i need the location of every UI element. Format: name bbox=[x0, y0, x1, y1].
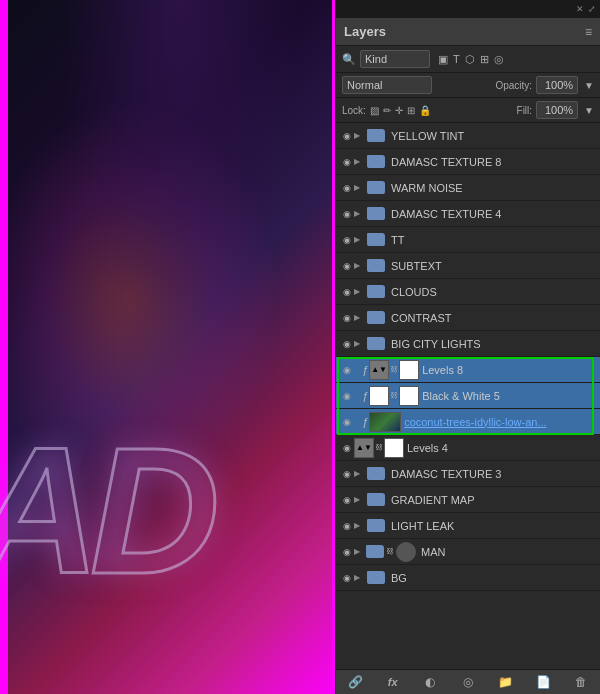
folder-icon bbox=[367, 337, 385, 350]
close-icon[interactable]: ✕ bbox=[576, 4, 584, 14]
layer-row[interactable]: ◉▶YELLOW TINT bbox=[336, 123, 600, 149]
panel-top-bar: ✕ ⤢ bbox=[336, 0, 600, 18]
fx-clip-icon: ƒ bbox=[362, 416, 368, 428]
layer-mask-thumbnail bbox=[384, 438, 404, 458]
panel-footer: 🔗 fx ◐ ◎ 📁 📄 🗑 bbox=[336, 669, 600, 694]
layer-row[interactable]: ◉▶WARM NOISE bbox=[336, 175, 600, 201]
search-icon: 🔍 bbox=[342, 53, 356, 66]
layer-row[interactable]: ◉▶BG bbox=[336, 565, 600, 591]
eye-visibility-icon[interactable]: ◉ bbox=[340, 285, 354, 299]
kind-select[interactable]: Kind bbox=[360, 50, 430, 68]
layer-link-icon: ⛓ bbox=[390, 391, 398, 400]
eye-visibility-icon[interactable]: ◉ bbox=[340, 337, 354, 351]
layer-row[interactable]: ◉ƒcoconut-trees-idyllic-low-an... bbox=[336, 409, 600, 435]
folder-icon bbox=[367, 467, 385, 480]
layer-row[interactable]: ◉▶TT bbox=[336, 227, 600, 253]
silhouette bbox=[60, 0, 300, 400]
eye-visibility-icon[interactable]: ◉ bbox=[340, 129, 354, 143]
eye-visibility-icon[interactable]: ◉ bbox=[340, 207, 354, 221]
layer-row[interactable]: ◉▶BIG CITY LIGHTS bbox=[336, 331, 600, 357]
folder-icon bbox=[367, 519, 385, 532]
type-icon[interactable]: T bbox=[453, 53, 460, 66]
layer-row[interactable]: ◉ƒ▲▼⛓Levels 8 bbox=[336, 357, 600, 383]
layers-list[interactable]: ◉▶YELLOW TINT◉▶DAMASC TEXTURE 8◉▶WARM NO… bbox=[336, 123, 600, 669]
layer-row[interactable]: ◉▶DAMASC TEXTURE 4 bbox=[336, 201, 600, 227]
layer-name: BG bbox=[388, 572, 596, 584]
lock-paint-icon[interactable]: ✏ bbox=[383, 105, 391, 116]
expand-icon[interactable]: ⤢ bbox=[588, 4, 596, 14]
expand-arrow-icon[interactable]: ▶ bbox=[354, 235, 364, 244]
expand-arrow-icon[interactable]: ▶ bbox=[354, 131, 364, 140]
blend-mode-select[interactable]: Normal bbox=[342, 76, 432, 94]
layer-row[interactable]: ◉▶DAMASC TEXTURE 8 bbox=[336, 149, 600, 175]
panel-title: Layers bbox=[344, 24, 386, 39]
eye-visibility-icon[interactable]: ◉ bbox=[340, 519, 354, 533]
layer-row[interactable]: ◉▲▼⛓Levels 4 bbox=[336, 435, 600, 461]
layer-row[interactable]: ◉▶DAMASC TEXTURE 3 bbox=[336, 461, 600, 487]
adj-filter-icon[interactable]: ◎ bbox=[494, 53, 504, 66]
pixel-icon[interactable]: ▣ bbox=[438, 53, 448, 66]
expand-arrow-icon[interactable]: ▶ bbox=[354, 287, 364, 296]
eye-visibility-icon[interactable]: ◉ bbox=[340, 467, 354, 481]
fill-dropdown[interactable]: ▼ bbox=[584, 105, 594, 116]
expand-arrow-icon[interactable]: ▶ bbox=[354, 261, 364, 270]
expand-arrow-icon[interactable]: ▶ bbox=[354, 573, 364, 582]
panel-menu-icon[interactable]: ≡ bbox=[585, 25, 592, 39]
adjustment-icon[interactable]: ◎ bbox=[457, 675, 479, 689]
eye-visibility-icon[interactable]: ◉ bbox=[340, 389, 354, 403]
layer-row[interactable]: ◉▶CONTRAST bbox=[336, 305, 600, 331]
new-group-icon[interactable]: 📁 bbox=[495, 675, 517, 689]
shape-icon[interactable]: ⬡ bbox=[465, 53, 475, 66]
expand-arrow-icon[interactable]: ▶ bbox=[354, 313, 364, 322]
smart-icon[interactable]: ⊞ bbox=[480, 53, 489, 66]
layer-row[interactable]: ◉ƒ⛓Black & White 5 bbox=[336, 383, 600, 409]
expand-arrow-icon[interactable]: ▶ bbox=[354, 469, 364, 478]
eye-visibility-icon[interactable]: ◉ bbox=[340, 311, 354, 325]
layer-row[interactable]: ◉▶CLOUDS bbox=[336, 279, 600, 305]
blend-row: Normal Opacity: ▼ bbox=[336, 73, 600, 98]
eye-visibility-icon[interactable]: ◉ bbox=[340, 155, 354, 169]
expand-arrow-icon[interactable]: ▶ bbox=[354, 547, 364, 556]
eye-visibility-icon[interactable]: ◉ bbox=[340, 363, 354, 377]
layer-row[interactable]: ◉▶GRADIENT MAP bbox=[336, 487, 600, 513]
fx-icon[interactable]: fx bbox=[382, 676, 404, 688]
eye-visibility-icon[interactable]: ◉ bbox=[340, 571, 354, 585]
eye-visibility-icon[interactable]: ◉ bbox=[340, 441, 354, 455]
lock-row: Lock: ▨ ✏ ✛ ⊞ 🔒 Fill: ▼ bbox=[336, 98, 600, 123]
lock-all-icon[interactable]: 🔒 bbox=[419, 105, 431, 116]
layer-name: BIG CITY LIGHTS bbox=[388, 338, 596, 350]
opacity-input[interactable] bbox=[536, 76, 578, 94]
layer-row[interactable]: ◉▶SUBTEXT bbox=[336, 253, 600, 279]
eye-visibility-icon[interactable]: ◉ bbox=[340, 415, 354, 429]
expand-arrow-icon[interactable]: ▶ bbox=[354, 339, 364, 348]
adjustment-thumbnail: ▲▼ bbox=[369, 360, 389, 380]
eye-visibility-icon[interactable]: ◉ bbox=[340, 259, 354, 273]
expand-arrow-icon[interactable]: ▶ bbox=[354, 209, 364, 218]
layer-name: CONTRAST bbox=[388, 312, 596, 324]
expand-arrow-icon[interactable]: ▶ bbox=[354, 183, 364, 192]
expand-arrow-icon[interactable]: ▶ bbox=[354, 521, 364, 530]
folder-icon bbox=[366, 545, 384, 558]
expand-arrow-icon[interactable]: ▶ bbox=[354, 157, 364, 166]
layer-name: DAMASC TEXTURE 3 bbox=[388, 468, 596, 480]
lock-artboard-icon[interactable]: ⊞ bbox=[407, 105, 415, 116]
expand-arrow-icon[interactable]: ▶ bbox=[354, 495, 364, 504]
opacity-dropdown[interactable]: ▼ bbox=[584, 80, 594, 91]
delete-icon[interactable]: 🗑 bbox=[570, 675, 592, 689]
eye-visibility-icon[interactable]: ◉ bbox=[340, 181, 354, 195]
link-layers-icon[interactable]: 🔗 bbox=[344, 675, 366, 689]
layer-row[interactable]: ◉▶⛓MAN bbox=[336, 539, 600, 565]
layer-row[interactable]: ◉▶LIGHT LEAK bbox=[336, 513, 600, 539]
new-layer-icon[interactable]: 📄 bbox=[532, 675, 554, 689]
eye-visibility-icon[interactable]: ◉ bbox=[340, 493, 354, 507]
folder-icon bbox=[367, 259, 385, 272]
eye-visibility-icon[interactable]: ◉ bbox=[340, 545, 354, 559]
eye-visibility-icon[interactable]: ◉ bbox=[340, 233, 354, 247]
lock-transparent-icon[interactable]: ▨ bbox=[370, 105, 379, 116]
fill-input[interactable] bbox=[536, 101, 578, 119]
layer-mask-thumbnail bbox=[399, 386, 419, 406]
mask-icon[interactable]: ◐ bbox=[419, 675, 441, 689]
kind-row: 🔍 Kind ▣ T ⬡ ⊞ ◎ bbox=[336, 46, 600, 73]
fx-clip-icon: ƒ bbox=[362, 364, 368, 376]
lock-move-icon[interactable]: ✛ bbox=[395, 105, 403, 116]
